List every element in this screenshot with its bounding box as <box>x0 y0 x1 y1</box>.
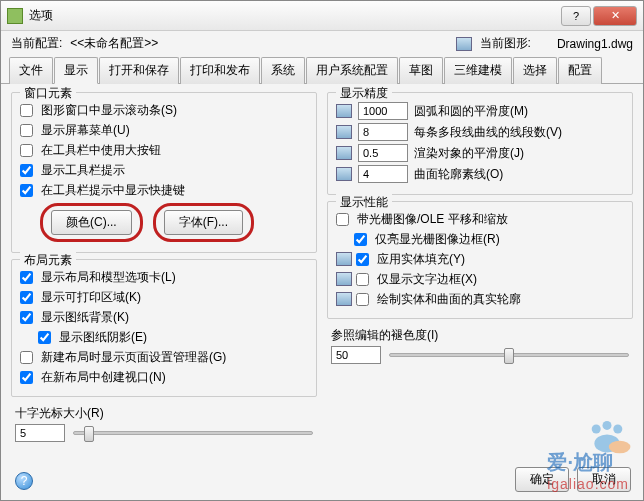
dwg-icon <box>336 146 352 160</box>
tab-display[interactable]: 显示 <box>54 57 98 84</box>
tab-content: 窗口元素 图形窗口中显示滚动条(S) 显示屏幕菜单(U) 在工具栏中使用大按钮 … <box>1 84 643 448</box>
dwg-icon <box>336 125 352 139</box>
app-icon <box>7 8 23 24</box>
group-window-title: 窗口元素 <box>20 85 76 102</box>
chk-printable-area[interactable]: 显示可打印区域(K) <box>20 288 308 306</box>
fonts-button[interactable]: 字体(F)... <box>164 210 243 235</box>
ok-button[interactable]: 确定 <box>515 467 569 492</box>
current-drawing-label: 当前图形: <box>480 35 531 52</box>
group-display-precision: 显示精度 1000圆弧和圆的平滑度(M) 8每条多段线曲线的线段数(V) 0.5… <box>327 92 633 195</box>
crosshair-value[interactable]: 5 <box>15 424 65 442</box>
help-button[interactable]: ? <box>561 6 591 26</box>
chk-create-viewport[interactable]: 在新布局中创建视口(N) <box>20 368 308 386</box>
prec-surface: 4曲面轮廓素线(O) <box>336 165 624 183</box>
chk-screen-menu[interactable]: 显示屏幕菜单(U) <box>20 121 308 139</box>
ref-fade-slider[interactable] <box>389 353 629 357</box>
chk-tooltips[interactable]: 显示工具栏提示 <box>20 161 308 179</box>
tab-open-save[interactable]: 打开和保存 <box>99 57 179 84</box>
close-button[interactable]: ✕ <box>593 6 637 26</box>
current-config-label: 当前配置: <box>11 35 62 52</box>
chk-solid-fill[interactable]: 应用实体填充(Y) <box>336 250 624 268</box>
tab-file[interactable]: 文件 <box>9 57 53 84</box>
titlebar: 选项 ? ✕ <box>1 1 643 31</box>
chk-large-buttons[interactable]: 在工具栏中使用大按钮 <box>20 141 308 159</box>
chk-shortcut-keys[interactable]: 在工具栏提示中显示快捷键 <box>20 181 308 199</box>
drawing-icon <box>456 37 472 51</box>
crosshair-slider-row: 5 <box>15 424 313 442</box>
current-drawing-value: Drawing1.dwg <box>557 37 633 51</box>
group-precision-title: 显示精度 <box>336 85 392 102</box>
config-row: 当前配置: <<未命名配置>> 当前图形: Drawing1.dwg <box>1 31 643 54</box>
group-crosshair: 十字光标大小(R) 5 <box>11 403 317 444</box>
tab-3d-modeling[interactable]: 三维建模 <box>444 57 512 84</box>
crosshair-label: 十字光标大小(R) <box>15 405 313 422</box>
help-bubble-icon[interactable]: ? <box>15 472 33 490</box>
tab-user-pref[interactable]: 用户系统配置 <box>306 57 398 84</box>
tab-drafting[interactable]: 草图 <box>399 57 443 84</box>
dwg-icon <box>336 252 352 266</box>
dwg-icon <box>336 292 352 306</box>
group-perf-title: 显示性能 <box>336 194 392 211</box>
tab-system[interactable]: 系统 <box>261 57 305 84</box>
ref-slider-row: 50 <box>331 346 629 364</box>
tab-profiles[interactable]: 配置 <box>558 57 602 84</box>
dwg-icon <box>336 104 352 118</box>
highlight-font: 字体(F)... <box>153 203 254 242</box>
chk-true-silhouette[interactable]: 绘制实体和曲面的真实轮廓 <box>336 290 624 308</box>
color-font-row: 颜色(C)... 字体(F)... <box>20 203 308 242</box>
prec-arc: 1000圆弧和圆的平滑度(M) <box>336 102 624 120</box>
chk-scrollbars[interactable]: 图形窗口中显示滚动条(S) <box>20 101 308 119</box>
group-ref-fade: 参照编辑的褪色度(I) 50 <box>327 325 633 366</box>
cancel-button[interactable]: 取消 <box>577 467 631 492</box>
ref-fade-label: 参照编辑的褪色度(I) <box>331 327 629 344</box>
crosshair-slider[interactable] <box>73 431 313 435</box>
chk-paper-bg[interactable]: 显示图纸背景(K) <box>20 308 308 326</box>
highlight-color: 颜色(C)... <box>40 203 143 242</box>
ref-fade-value[interactable]: 50 <box>331 346 381 364</box>
chk-text-frame[interactable]: 仅显示文字边框(X) <box>336 270 624 288</box>
window-title: 选项 <box>29 7 559 24</box>
colors-button[interactable]: 颜色(C)... <box>51 210 132 235</box>
chk-raster-pan[interactable]: 带光栅图像/OLE 平移和缩放 <box>336 210 624 228</box>
tab-selection[interactable]: 选择 <box>513 57 557 84</box>
group-layout-title: 布局元素 <box>20 252 76 269</box>
prec-render: 0.5渲染对象的平滑度(J) <box>336 144 624 162</box>
chk-page-setup-mgr[interactable]: 新建布局时显示页面设置管理器(G) <box>20 348 308 366</box>
dwg-icon <box>336 167 352 181</box>
tab-bar: 文件 显示 打开和保存 打印和发布 系统 用户系统配置 草图 三维建模 选择 配… <box>1 56 643 84</box>
dialog-footer: 确定 取消 <box>515 467 631 492</box>
tab-print-publish[interactable]: 打印和发布 <box>180 57 260 84</box>
dwg-icon <box>336 272 352 286</box>
prec-polyline: 8每条多段线曲线的线段数(V) <box>336 123 624 141</box>
left-column: 窗口元素 图形窗口中显示滚动条(S) 显示屏幕菜单(U) 在工具栏中使用大按钮 … <box>11 92 317 444</box>
chk-raster-frame[interactable]: 仅亮显光栅图像边框(R) <box>336 230 624 248</box>
group-display-performance: 显示性能 带光栅图像/OLE 平移和缩放 仅亮显光栅图像边框(R) 应用实体填充… <box>327 201 633 319</box>
chk-layout-tabs[interactable]: 显示布局和模型选项卡(L) <box>20 268 308 286</box>
group-layout-elements: 布局元素 显示布局和模型选项卡(L) 显示可打印区域(K) 显示图纸背景(K) … <box>11 259 317 397</box>
current-config-value: <<未命名配置>> <box>70 35 158 52</box>
group-window-elements: 窗口元素 图形窗口中显示滚动条(S) 显示屏幕菜单(U) 在工具栏中使用大按钮 … <box>11 92 317 253</box>
right-column: 显示精度 1000圆弧和圆的平滑度(M) 8每条多段线曲线的线段数(V) 0.5… <box>327 92 633 444</box>
options-dialog: 选项 ? ✕ 当前配置: <<未命名配置>> 当前图形: Drawing1.dw… <box>0 0 644 501</box>
chk-paper-shadow[interactable]: 显示图纸阴影(E) <box>20 328 308 346</box>
window-buttons: ? ✕ <box>559 6 637 26</box>
